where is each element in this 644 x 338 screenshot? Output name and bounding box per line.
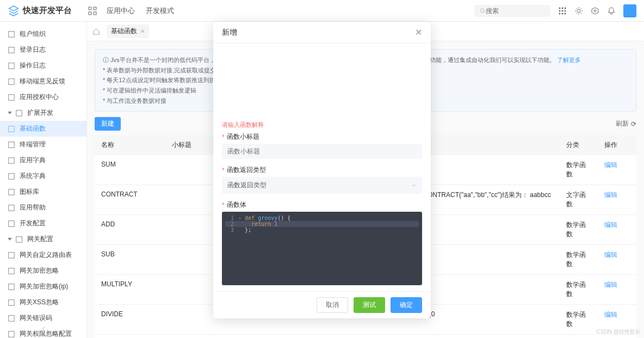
label-return: 函数返回类型 (227, 165, 266, 175)
select-placeholder: 函数返回类型 (227, 181, 267, 190)
select-return-type[interactable]: 函数返回类型 (222, 177, 422, 194)
input-subtitle[interactable] (222, 144, 422, 159)
error-msg: 请输入函数解释 (222, 121, 422, 129)
label-body: 函数体 (227, 200, 246, 210)
label-subtitle: 函数小标题 (227, 132, 259, 142)
chevron-down-icon (411, 183, 417, 188)
close-icon[interactable]: ✕ (415, 27, 422, 38)
ok-button[interactable]: 确定 (391, 297, 422, 313)
modal-new: 新增 ✕ 请输入函数解释 *函数小标题 *函数返回类型 函数返回类型 *函数体 … (213, 22, 431, 318)
cancel-button[interactable]: 取消 (317, 297, 348, 313)
test-button[interactable]: 测试 (354, 297, 385, 313)
modal-title: 新增 (222, 28, 237, 38)
code-editor[interactable]: 1- def groovy() { 2 return 1 3 }; (222, 212, 422, 285)
